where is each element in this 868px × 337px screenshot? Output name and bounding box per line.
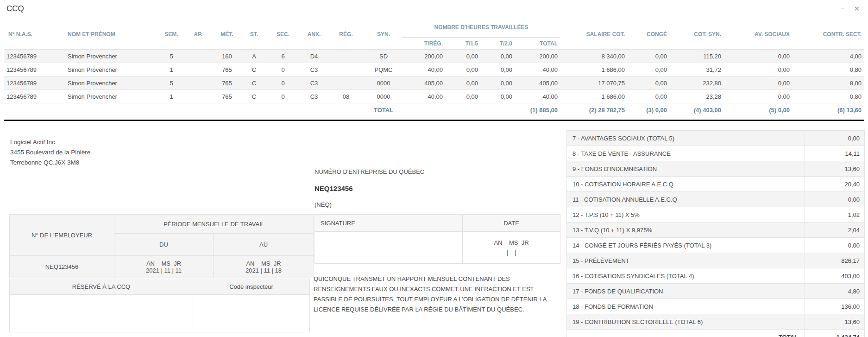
summary-item-value: 14,11 <box>805 146 865 161</box>
cell-sec: 6 <box>265 50 301 63</box>
cell-t20: 0,00 <box>481 90 515 103</box>
cell-nom: Simon Provencher <box>65 90 157 103</box>
cell-salaire: 1 686,00 <box>560 63 628 76</box>
cell-sec: 0 <box>265 63 301 76</box>
total-conge: (3) 0,00 <box>628 103 670 117</box>
header-sem: SEM. <box>157 19 185 50</box>
header-anx: ANX. <box>301 19 327 50</box>
table-footer: TOTAL (1) 685,00 (2) 28 782,75 (3) 0,00 … <box>4 103 864 117</box>
header-total: TOTAL <box>515 38 560 50</box>
cell-nas: 123456789 <box>4 76 65 90</box>
summary-row: 17 - FONDS DE QUALIFICATION4,80 <box>567 284 865 299</box>
table-header: N° N.A.S. NOM ET PRÉNOM SEM. AP. MÉT. ST… <box>4 19 864 50</box>
header-salaire: SALAIRE COT. <box>560 19 628 50</box>
header-avsociaux: AV. SOCIAUX <box>724 19 793 50</box>
header-nas: N° N.A.S. <box>4 19 65 50</box>
cell-t15: 0,00 <box>446 50 481 63</box>
total-contrsect: (6) 13,60 <box>793 103 864 117</box>
window-title: CCQ <box>6 4 24 13</box>
summary-row: 9 - FONDS D'INDEMNISATION13,60 <box>567 161 865 177</box>
date-columns-label: AN MS JR <box>214 260 313 267</box>
neq-block: NUMÉRO D'ENTREPRISE DU QUÉBEC NEQ123456 … <box>314 168 424 208</box>
employer-number-value: NEQ123456 <box>10 256 114 278</box>
summary-item-label: 13 - T.V.Q (10 + 11) X 9,975% <box>567 223 805 238</box>
summary-item-value: 2,04 <box>805 223 865 238</box>
header-t15: T/1.5 <box>446 38 481 50</box>
period-au-value: AN MS JR 2021 | 11 | 18 <box>214 256 314 278</box>
cell-treg: 200,00 <box>402 50 446 63</box>
cell-nom: Simon Provencher <box>65 63 157 76</box>
cell-conge: 0,00 <box>628 90 670 103</box>
au-date: 2021 | 11 | 18 <box>214 267 313 274</box>
cell-nom: Simon Provencher <box>65 76 157 90</box>
cell-treg: 40,00 <box>402 63 446 76</box>
neq-label: NUMÉRO D'ENTREPRISE DU QUÉBEC <box>314 168 424 175</box>
summary-item-value: 826,17 <box>805 253 865 268</box>
cell-t15: 0,00 <box>446 76 481 90</box>
total-avsociaux: (5) 0,00 <box>724 103 793 117</box>
header-conge: CONGÉ <box>628 19 670 50</box>
neq-value: NEQ123456 <box>314 184 424 192</box>
date-value: | | <box>463 248 560 257</box>
cell-nas: 123456789 <box>4 50 65 63</box>
cell-total: 200,00 <box>515 50 560 63</box>
cell-met: 765 <box>211 90 243 103</box>
section-divider <box>4 120 864 121</box>
period-du-label: DU <box>114 234 214 256</box>
cell-cotsyn: 23,28 <box>670 90 724 103</box>
summary-total-row: TOTAL 1 434,74 <box>567 330 865 337</box>
summary-row: 19 - CONTRIBUTION SECTORIELLE (TOTAL 6)1… <box>567 314 865 330</box>
summary-item-value: 0,00 <box>805 238 865 253</box>
signature-date-box: SIGNATURE DATE AN MS JR | | <box>314 214 560 264</box>
cell-met: 765 <box>211 76 243 90</box>
summary-item-value: 403,00 <box>805 268 865 284</box>
cell-total: 405,00 <box>515 76 560 90</box>
table-row: 123456789Simon Provencher5765C0C30000405… <box>4 76 864 90</box>
total-spacer <box>402 103 481 117</box>
legal-notice: QUICONQUE TRANSMET UN RAPPORT MENSUEL CO… <box>314 274 553 315</box>
cell-avsociaux: 0,00 <box>724 90 793 103</box>
total-salaire: (2) 28 782,75 <box>560 103 628 117</box>
header-cotsyn: COT. SYN. <box>670 19 724 50</box>
reserved-ccq-label: RÉSERVÉ À LA CCQ <box>10 279 193 295</box>
cell-nas: 123456789 <box>4 63 65 76</box>
cell-met: 160 <box>211 50 243 63</box>
neq-sublabel: (NEQ) <box>314 201 424 208</box>
cell-treg: 405,00 <box>402 76 446 90</box>
summary-item-label: 18 - FONDS DE FORMATION <box>567 299 805 314</box>
summary-row: 15 - PRÉLÈVEMENT826,17 <box>567 253 865 268</box>
company-name: Logiciel Actif Inc. <box>10 137 90 147</box>
total-cotsyn: (4) 403,00 <box>670 103 724 117</box>
cell-st: C <box>243 90 265 103</box>
cell-t15: 0,00 <box>446 90 481 103</box>
signature-label: SIGNATURE <box>315 215 463 232</box>
cell-syn: SD <box>365 50 402 63</box>
cell-total: 40,00 <box>515 90 560 103</box>
close-icon[interactable]: ✕ <box>854 5 860 12</box>
grand-total-row: TOTAL (1) 685,00 (2) 28 782,75 (3) 0,00 … <box>4 103 864 117</box>
cell-sec: 0 <box>265 76 301 90</box>
header-ap: AP. <box>185 19 211 50</box>
date-label: DATE <box>463 215 560 232</box>
cell-reg <box>327 63 365 76</box>
summary-item-value: 1,02 <box>805 207 865 223</box>
reserved-ccq-field <box>10 295 193 332</box>
minimize-icon[interactable]: − <box>841 5 845 12</box>
cell-avsociaux: 0,00 <box>724 76 793 90</box>
company-city: Terrebonne QC,J6X 3M8 <box>10 158 90 168</box>
cell-salaire: 1 686,00 <box>560 90 628 103</box>
employer-period-box: N° DE L'EMPLOYEUR PÉRIODE MENSUELLE DE T… <box>9 214 314 278</box>
cell-conge: 0,00 <box>628 50 670 63</box>
company-street: 3455 Boulevard de la Pinière <box>10 147 90 158</box>
summary-row: 7 - AVANTAGES SOCIAUX (TOTAL 5)0,00 <box>567 131 865 146</box>
cell-st: C <box>243 63 265 76</box>
cell-sem: 5 <box>157 50 185 63</box>
table-row: 123456789Simon Provencher1765C0C30800004… <box>4 90 864 103</box>
cell-anx: C3 <box>301 63 327 76</box>
header-st: ST. <box>243 19 265 50</box>
summary-item-label: 16 - COTISATIONS SYNDICALES (TOTAL 4) <box>567 268 805 284</box>
cell-t15: 0,00 <box>446 63 481 76</box>
cell-contrsect: 0,80 <box>793 90 864 103</box>
summary-item-label: 19 - CONTRIBUTION SECTORIELLE (TOTAL 6) <box>567 314 805 330</box>
total-hours: (1) 685,00 <box>481 103 560 117</box>
